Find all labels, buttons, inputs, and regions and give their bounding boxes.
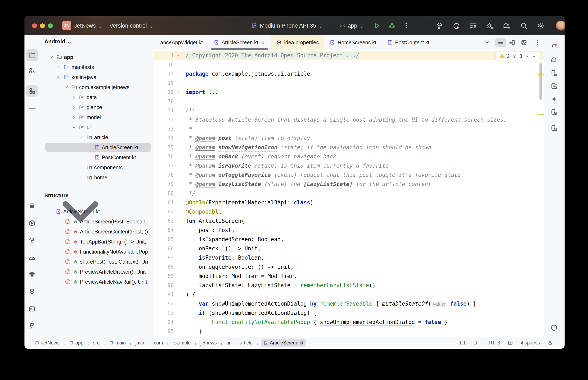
split-editor-button[interactable]: [509, 35, 515, 50]
debug-button[interactable]: [387, 21, 397, 31]
tab-anceappwidget-kt[interactable]: anceAppWidget.kt: [155, 35, 208, 50]
breadcrumb-item-articlescreen-kt[interactable]: ArticleScreen.kt: [261, 339, 306, 346]
code-editor[interactable]: 1›/ Copyright 2020 The Android Open Sour…: [154, 50, 544, 337]
toolwindow-logcat-icon[interactable]: [26, 286, 38, 297]
toolwindow-device-mirror-icon[interactable]: [548, 106, 560, 118]
toolwindow-structure-icon[interactable]: [26, 85, 38, 97]
chevron-right-icon[interactable]: [79, 175, 84, 180]
tab-articlescreen-kt[interactable]: ArticleScreen.kt: [208, 35, 271, 50]
sync-alpha-icon[interactable]: A: [451, 21, 461, 31]
toolwindow-services-icon[interactable]: [26, 217, 38, 229]
code-line-16[interactable]: 16: [154, 60, 544, 69]
toolwindow-quality-insights-icon[interactable]: [26, 268, 38, 280]
toolwindow-git-branch-icon[interactable]: [26, 320, 38, 331]
editor-options-button[interactable]: [535, 35, 541, 50]
indent-setting[interactable]: 4 spaces: [521, 340, 540, 346]
code-line-75[interactable]: 75 * @param showNavigationIcon (state) i…: [154, 143, 544, 152]
structure-item[interactable]: fArticleScreenContent(Post, (): [40, 227, 154, 237]
breadcrumb-item-example[interactable]: example: [171, 339, 192, 346]
tree-item-manifests[interactable]: manifests: [40, 62, 154, 72]
code-line-74[interactable]: 74 * @param post (state) item to display: [154, 133, 544, 143]
toolwindow-device-explorer-icon[interactable]: [548, 122, 560, 134]
chevron-down-icon[interactable]: [49, 55, 54, 59]
code-line-17[interactable]: 17package com.example.jetnews.ui.article: [154, 69, 544, 78]
tab-idea-properties[interactable]: idea.properties: [271, 35, 324, 50]
toolwindow-problems-icon[interactable]: [548, 322, 560, 334]
breadcrumb-item-java[interactable]: java: [134, 339, 145, 346]
user-avatar[interactable]: [556, 21, 565, 31]
run-button[interactable]: [372, 21, 382, 31]
structure-item[interactable]: fsharePost(Post, Context): Un: [40, 257, 154, 267]
inspections-widget[interactable]: 2 3: [496, 51, 540, 61]
chevron-right-icon[interactable]: [56, 65, 61, 70]
close-icon[interactable]: [261, 40, 265, 44]
toolwindow-running-devices-icon[interactable]: [548, 80, 560, 92]
previous-problem-button[interactable]: [524, 54, 529, 59]
code-line-94[interactable]: 94 FunctionalityNotAvailablePopup { show…: [154, 318, 544, 327]
code-line-80[interactable]: 80 */: [154, 189, 544, 198]
toolwindow-profiler-gauge-icon[interactable]: [26, 252, 38, 263]
toolwindow-device-manager-icon[interactable]: [548, 67, 560, 79]
toolwindow-gradle-icon[interactable]: [548, 54, 560, 66]
breadcrumb-item-jetnews[interactable]: jetnews: [199, 339, 218, 346]
file-encoding[interactable]: UTF-8: [487, 340, 500, 346]
more-actions-button[interactable]: [401, 21, 411, 31]
tree-item-model[interactable]: model: [40, 112, 154, 122]
code-line-78[interactable]: 78 * @param onToggleFavorite (event) req…: [154, 170, 544, 180]
chevron-down-icon[interactable]: [79, 135, 84, 140]
code-line-90[interactable]: 90 lazyListState: LazyListState = rememb…: [154, 281, 544, 290]
chevron-down-icon[interactable]: [71, 125, 76, 130]
chevron-right-icon[interactable]: [71, 115, 76, 120]
next-problem-button[interactable]: [531, 54, 536, 59]
toolwindow-build-hammer-icon[interactable]: [26, 234, 38, 246]
toolwindow-resource-manager-icon[interactable]: [26, 65, 38, 77]
profiler-lines-icon[interactable]: [468, 21, 478, 31]
run-config-selector[interactable]: app ⌄: [339, 16, 364, 35]
tree-item-postcontent-kt[interactable]: PostContent.kt: [40, 152, 154, 162]
editor-view-mode-code[interactable]: [495, 35, 506, 50]
caret-position[interactable]: 1:1: [459, 340, 466, 346]
tree-item-kotlin-java[interactable]: kotlin+java: [40, 72, 154, 82]
breadcrumb-item-ui[interactable]: ui: [225, 339, 231, 346]
code-line-79[interactable]: 79 * @param lazyListState (state) the [L…: [154, 180, 544, 189]
structure-file-row[interactable]: ArticleScreen.kt: [40, 207, 154, 217]
code-line-87[interactable]: 87 isFavorite: Boolean,: [154, 253, 544, 262]
toolwindow-gemini-sparkle-icon[interactable]: [548, 93, 560, 105]
code-line-1[interactable]: 1›/ Copyright 2020 The Android Open Sour…: [154, 51, 544, 60]
code-line-72[interactable]: 72 * Stateless Article Screen that displ…: [154, 115, 544, 124]
tab-homescreens-kt[interactable]: HomeScreens.kt: [324, 35, 382, 50]
tree-item-components[interactable]: components: [40, 162, 154, 172]
structure-item[interactable]: fFunctionalityNotAvailablePop: [40, 247, 154, 257]
code-line-82[interactable]: 82@Composable: [154, 207, 544, 216]
fold-arrow-icon[interactable]: ›: [178, 51, 179, 60]
structure-item[interactable]: fArticleScreen(Post, Boolean,: [40, 217, 154, 227]
editor-scrollbar[interactable]: [539, 63, 542, 100]
readonly-lock-icon[interactable]: [547, 340, 553, 345]
breadcrumb-item-com[interactable]: com: [153, 339, 164, 346]
tab-list-chevron[interactable]: [484, 35, 490, 50]
tree-item-com-example-jetnews[interactable]: com.example.jetnews: [40, 82, 154, 92]
code-line-91[interactable]: 91) {: [154, 290, 544, 299]
code-line-92[interactable]: 92 var showUnimplementedActionDialog by …: [154, 299, 544, 308]
toolwindow-project-folder-icon[interactable]: [26, 49, 38, 61]
tree-item-article[interactable]: article: [40, 132, 154, 142]
code-line-18[interactable]: 18: [154, 78, 544, 88]
search-icon[interactable]: [519, 21, 529, 31]
attach-debugger-icon[interactable]: [485, 21, 495, 31]
breadcrumb-item-article[interactable]: article: [239, 339, 254, 346]
warning-stripe-mark[interactable]: [538, 74, 544, 76]
chevron-down-icon[interactable]: [64, 85, 69, 90]
tree-item-articlescreen-kt[interactable]: ArticleScreen.kt: [40, 142, 154, 152]
project-menu[interactable]: JetNews ⌄: [74, 16, 102, 35]
code-line-89[interactable]: 89 modifier: Modifier = Modifier,: [154, 271, 544, 281]
code-line-85[interactable]: 85 isExpandedScreen: Boolean,: [154, 235, 544, 244]
code-line-71[interactable]: 71/**: [154, 106, 544, 115]
toolwindow-app-inspection-icon[interactable]: [26, 200, 38, 212]
device-selector[interactable]: Medium Phone API 35 ⌄: [251, 16, 323, 35]
tree-item-ui[interactable]: ui: [40, 122, 154, 132]
code-line-70[interactable]: 70: [154, 97, 544, 106]
breadcrumb-item-main[interactable]: main: [108, 339, 127, 346]
code-line-93[interactable]: 93 if (showUnimplementedActionDialog) {: [154, 308, 544, 318]
minimize-window-button[interactable]: [40, 23, 45, 28]
zoom-window-button[interactable]: [48, 23, 53, 28]
